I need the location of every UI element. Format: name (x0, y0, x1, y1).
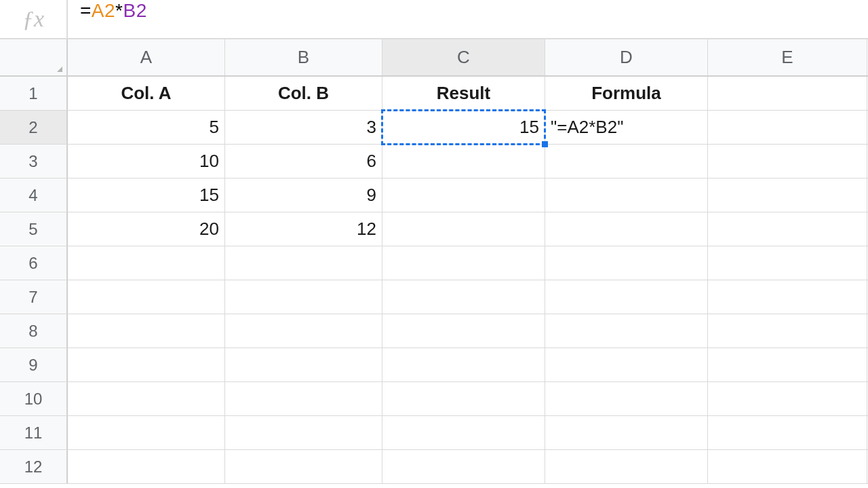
cell-b6[interactable] (225, 246, 382, 280)
cell-e12[interactable] (708, 450, 867, 483)
cell-a4[interactable]: 15 (68, 179, 225, 212)
cell-e1[interactable] (708, 77, 867, 110)
cell-e4[interactable] (708, 179, 867, 212)
cell-a5[interactable]: 20 (68, 212, 225, 246)
cell-c1[interactable]: Result (382, 77, 545, 110)
cell-b8[interactable] (225, 314, 382, 348)
formula-eq: = (80, 0, 92, 21)
col-header-a[interactable]: A (68, 39, 225, 75)
fx-icon: ƒx (22, 6, 44, 32)
cell-d1[interactable]: Formula (545, 77, 708, 110)
cell-e6[interactable] (708, 246, 867, 280)
row-header-12[interactable]: 12 (0, 450, 68, 483)
cell-c7[interactable] (382, 280, 545, 314)
cell-c2[interactable]: 15 (382, 111, 545, 144)
cell-b11[interactable] (225, 416, 382, 449)
row-header-8[interactable]: 8 (0, 314, 68, 348)
cell-a3[interactable]: 10 (68, 145, 225, 178)
row-9: 9 (0, 348, 868, 382)
cell-d9[interactable] (545, 348, 708, 381)
row-1: 1 Col. A Col. B Result Formula (0, 77, 868, 111)
cell-c6[interactable] (382, 246, 545, 280)
row-6: 6 (0, 246, 868, 280)
cell-b2[interactable]: 3 (225, 111, 382, 144)
row-header-1[interactable]: 1 (0, 77, 68, 110)
row-header-7[interactable]: 7 (0, 280, 68, 314)
cell-b9[interactable] (225, 348, 382, 381)
sheet: A B C D E 1 Col. A Col. B Result Formula… (0, 39, 868, 484)
column-headers: A B C D E (0, 39, 868, 77)
cell-a6[interactable] (68, 246, 225, 280)
cell-d4[interactable] (545, 179, 708, 212)
cell-d5[interactable] (545, 212, 708, 246)
row-12: 12 (0, 450, 868, 484)
cell-d10[interactable] (545, 382, 708, 415)
cell-a9[interactable] (68, 348, 225, 381)
row-3: 3 10 6 (0, 145, 868, 179)
cell-b10[interactable] (225, 382, 382, 415)
cell-d6[interactable] (545, 246, 708, 280)
cell-a7[interactable] (68, 280, 225, 314)
cell-a2[interactable]: 5 (68, 111, 225, 144)
formula-ref-b: B2 (123, 0, 147, 21)
row-5: 5 20 12 (0, 212, 868, 246)
cell-c8[interactable] (382, 314, 545, 348)
cell-a1[interactable]: Col. A (68, 77, 225, 110)
col-header-d[interactable]: D (545, 39, 708, 75)
row-header-5[interactable]: 5 (0, 212, 68, 246)
cell-e2[interactable] (708, 111, 867, 144)
col-header-c[interactable]: C (382, 39, 545, 75)
fx-box[interactable]: ƒx (0, 0, 68, 38)
cell-d8[interactable] (545, 314, 708, 348)
col-header-b[interactable]: B (225, 39, 382, 75)
cell-b3[interactable]: 6 (225, 145, 382, 178)
cell-e5[interactable] (708, 212, 867, 246)
cell-e7[interactable] (708, 280, 867, 314)
cell-c3[interactable] (382, 145, 545, 178)
cell-a8[interactable] (68, 314, 225, 348)
row-header-9[interactable]: 9 (0, 348, 68, 381)
cell-e3[interactable] (708, 145, 867, 178)
cell-b5[interactable]: 12 (225, 212, 382, 246)
cell-c11[interactable] (382, 416, 545, 449)
cell-b1[interactable]: Col. B (225, 77, 382, 110)
row-11: 11 (0, 416, 868, 450)
cell-d11[interactable] (545, 416, 708, 449)
row-10: 10 (0, 382, 868, 416)
cell-c12[interactable] (382, 450, 545, 483)
cell-e11[interactable] (708, 416, 867, 449)
cell-b7[interactable] (225, 280, 382, 314)
row-7: 7 (0, 280, 868, 314)
cell-a10[interactable] (68, 382, 225, 415)
cell-d2[interactable]: "=A2*B2" (545, 111, 708, 144)
row-8: 8 (0, 314, 868, 348)
formula-star: * (115, 0, 123, 21)
cell-c4[interactable] (382, 179, 545, 212)
row-header-10[interactable]: 10 (0, 382, 68, 415)
cell-b4[interactable]: 9 (225, 179, 382, 212)
cell-e8[interactable] (708, 314, 867, 348)
cell-e10[interactable] (708, 382, 867, 415)
cell-d3[interactable] (545, 145, 708, 178)
row-4: 4 15 9 (0, 179, 868, 212)
row-header-4[interactable]: 4 (0, 179, 68, 212)
row-2: 2 5 3 15 "=A2*B2" (0, 111, 868, 145)
select-all-corner[interactable] (0, 39, 68, 75)
row-header-6[interactable]: 6 (0, 246, 68, 280)
row-header-3[interactable]: 3 (0, 145, 68, 178)
row-header-11[interactable]: 11 (0, 416, 68, 449)
formula-input[interactable]: =A2*B2 (68, 0, 868, 38)
cell-c9[interactable] (382, 348, 545, 381)
cell-a12[interactable] (68, 450, 225, 483)
cell-c5[interactable] (382, 212, 545, 246)
formula-bar: ƒx =A2*B2 (0, 0, 868, 39)
formula-ref-a: A2 (92, 0, 115, 21)
cell-d12[interactable] (545, 450, 708, 483)
cell-c10[interactable] (382, 382, 545, 415)
row-header-2[interactable]: 2 (0, 111, 68, 144)
cell-d7[interactable] (545, 280, 708, 314)
cell-a11[interactable] (68, 416, 225, 449)
cell-b12[interactable] (225, 450, 382, 483)
col-header-e[interactable]: E (708, 39, 867, 75)
cell-e9[interactable] (708, 348, 867, 381)
